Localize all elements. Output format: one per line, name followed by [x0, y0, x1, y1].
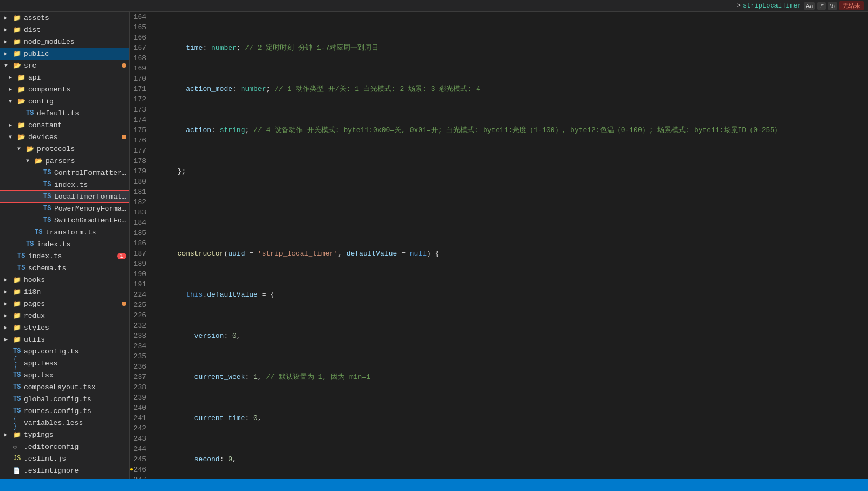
sidebar-item-styles[interactable]: ▶ 📁 styles [0, 322, 129, 333]
line-num-171: 171 [130, 84, 152, 94]
arrow-icon: ▶ [4, 289, 13, 295]
sidebar-item-assets[interactable]: ▶ 📁 assets [0, 12, 129, 24]
search-bar-item: > stripLocalTimer Aa .* \b 无结果 [737, 1, 864, 10]
case-sensitive-button[interactable]: Aa [804, 2, 815, 10]
modified-dot [122, 63, 126, 68]
line-num-243: 243 [130, 434, 152, 444]
ts-file-icon: TS [26, 240, 35, 248]
sidebar-item-transform-ts[interactable]: ▶ TS transform.ts [0, 226, 129, 238]
line-num-173: 173 [130, 104, 152, 115]
sidebar-item-label: api [28, 74, 129, 82]
sidebar-item-index-ts-parsers[interactable]: ▶ TS index.ts [0, 179, 129, 191]
line-num-185: 185 [130, 228, 152, 238]
folder-icon: 📂 [17, 133, 26, 141]
sidebar-item-devices[interactable]: ▼ 📂 devices [0, 131, 129, 143]
sidebar-item-label: config [28, 97, 129, 106]
line-num-238: 238 [130, 382, 152, 392]
sidebar-item-local-timer-formatter[interactable]: ▶ TS LocalTimerFormatter.ts [0, 191, 129, 202]
sidebar-item-components[interactable]: ▶ 📁 components [0, 83, 129, 95]
sidebar-item-redux[interactable]: ▶ 📁 redux [0, 310, 129, 322]
sidebar-item-label: utils [24, 336, 129, 344]
sidebar-item-label: parsers [45, 157, 129, 165]
folder-icon: 📂 [17, 97, 26, 106]
ts-file-icon: TS [13, 395, 22, 403]
sidebar-item-label: i18n [24, 288, 129, 296]
sidebar-item-label: ControlFormatter.ts [54, 169, 129, 177]
sidebar-item-dist[interactable]: ▶ 📁 dist [0, 24, 129, 36]
sidebar-item-eslintignore[interactable]: ▶ 📄 .eslintignore [0, 464, 129, 476]
code-content[interactable]: time: number; // 2 定时时刻 分钟 1-7对应周一到周日 ac… [158, 12, 868, 479]
sidebar-item-global-config-ts[interactable]: ▶ TS global.config.ts [0, 393, 129, 405]
sidebar-item-pages[interactable]: ▶ 📁 pages [0, 298, 129, 310]
sidebar-item-editorconfig[interactable]: ▶ ⚙ .editorconfig [0, 441, 129, 453]
sidebar-item-label: styles [24, 324, 129, 332]
search-label: > [737, 2, 741, 10]
folder-icon: 📁 [13, 288, 22, 296]
sidebar-item-label: pages [24, 300, 122, 308]
sidebar-item-switch-gradient-formatter[interactable]: ▶ TS SwitchGradientFormatter.ts [0, 214, 129, 226]
folder-icon: 📁 [13, 431, 22, 439]
sidebar-item-node-modules[interactable]: ▶ 📁 node_modules [0, 36, 129, 48]
js-file-icon: JS [13, 455, 22, 462]
sidebar-item-power-memory-formatter[interactable]: ▶ TS PowerMemoryFormatter.ts [0, 202, 129, 214]
line-num-187: 187 [130, 248, 152, 259]
code-area[interactable]: 164 165 166 167 168 169 170 171 172 173 … [130, 12, 868, 479]
sidebar-item-api[interactable]: ▶ 📁 api [0, 71, 129, 83]
sidebar-item-typings[interactable]: ▶ 📁 typings [0, 429, 129, 441]
less-file-icon: { } [13, 415, 22, 430]
line-num-175: 175 [130, 125, 152, 135]
arrow-icon: ▶ [4, 431, 13, 438]
regex-button[interactable]: .* [817, 2, 825, 10]
sidebar-item-label: assets [24, 14, 129, 22]
line-num-233: 233 [130, 331, 152, 341]
sidebar-item-label: PowerMemoryFormatter.ts [54, 205, 129, 213]
sidebar-item-protocols[interactable]: ▼ 📂 protocols [0, 143, 129, 155]
arrow-icon: ▼ [26, 158, 35, 164]
code-line-173: current_time: 0, [162, 413, 868, 423]
js-file-icon: JS [13, 479, 22, 479]
sidebar-item-default-ts[interactable]: ▶ TS default.ts [0, 107, 129, 119]
line-num-224: 224 [130, 290, 152, 300]
ts-file-icon: TS [43, 205, 52, 212]
sidebar-item-compose-layout[interactable]: ▶ TS composeLayout.tsx [0, 381, 129, 393]
sidebar-item-variables-less[interactable]: ▶ { } variables.less [0, 417, 129, 429]
sidebar: ▶ 📁 assets ▶ 📁 dist ▶ 📁 node_modules ▶ 📁… [0, 12, 130, 479]
sidebar-item-config[interactable]: ▼ 📂 config [0, 95, 129, 107]
sidebar-item-label: schema.ts [28, 264, 129, 272]
sidebar-item-app-less[interactable]: ▶ { } app.less [0, 357, 129, 369]
line-num-226: 226 [130, 310, 152, 320]
folder-icon: 📂 [26, 145, 35, 153]
sidebar-item-src[interactable]: ▼ 📂 src [0, 60, 129, 71]
sidebar-item-index-ts-devices[interactable]: ▶ TS index.ts 1 [0, 250, 129, 262]
file-icon: 📄 [13, 467, 22, 474]
file-icon: ⚙ [13, 443, 22, 450]
sidebar-item-constant[interactable]: ▶ 📁 constant [0, 119, 129, 131]
ts-file-icon: TS [35, 228, 43, 236]
line-num-190: 190 [130, 269, 152, 279]
sidebar-item-schema-ts[interactable]: ▶ TS schema.ts [0, 262, 129, 274]
word-button[interactable]: \b [828, 2, 837, 10]
sidebar-item-eslintrc-js[interactable]: ▶ JS .eslintrc.js [0, 476, 129, 479]
sidebar-item-utils[interactable]: ▶ 📁 utils [0, 333, 129, 345]
sidebar-item-label: variables.less [24, 419, 129, 427]
sidebar-item-control-formatter[interactable]: ▶ TS ControlFormatter.ts [0, 167, 129, 179]
less-file-icon: { } [13, 356, 22, 371]
sidebar-item-index-ts-protocols[interactable]: ▶ TS index.ts [0, 238, 129, 250]
sidebar-item-label: app.tsx [24, 371, 129, 379]
sidebar-item-eslint-js[interactable]: ▶ JS .eslint.js [0, 453, 129, 464]
sidebar-item-i18n[interactable]: ▶ 📁 i18n [0, 286, 129, 298]
line-num-247: 247 [130, 475, 152, 479]
arrow-icon: ▶ [4, 336, 13, 343]
folder-icon: 📁 [13, 276, 22, 284]
sidebar-item-label: routes.config.ts [24, 407, 129, 415]
sidebar-item-public[interactable]: ▶ 📁 public [0, 48, 129, 60]
arrow-icon: ▶ [4, 312, 13, 319]
sidebar-item-parsers[interactable]: ▼ 📂 parsers [0, 155, 129, 167]
sidebar-item-hooks[interactable]: ▶ 📁 hooks [0, 274, 129, 286]
line-num-239: 239 [130, 392, 152, 403]
line-num-225: 225 [130, 300, 152, 310]
folder-icon: 📁 [17, 121, 26, 129]
ts-file-icon: TS [13, 371, 22, 379]
line-num-169: 169 [130, 63, 152, 74]
sidebar-item-app-tsx[interactable]: ▶ TS app.tsx [0, 369, 129, 381]
